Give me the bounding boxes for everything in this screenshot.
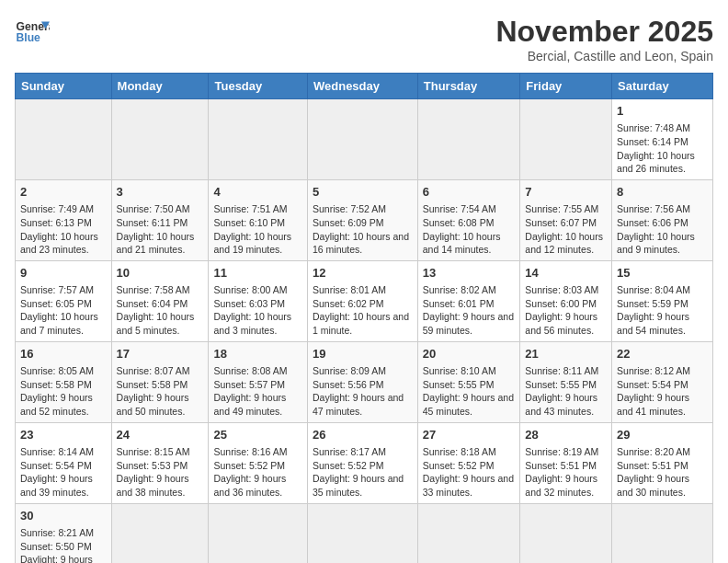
calendar-cell bbox=[520, 99, 612, 180]
day-info: Sunrise: 8:05 AMSunset: 5:58 PMDaylight:… bbox=[20, 364, 107, 419]
calendar-cell bbox=[307, 99, 417, 180]
calendar-cell: 12Sunrise: 8:01 AMSunset: 6:02 PMDayligh… bbox=[307, 260, 417, 341]
month-title: November 2025 bbox=[495, 15, 713, 49]
day-number: 16 bbox=[20, 346, 107, 362]
svg-text:Blue: Blue bbox=[17, 31, 41, 44]
day-info: Sunrise: 8:21 AMSunset: 5:50 PMDaylight:… bbox=[20, 526, 107, 563]
calendar-week-row: 23Sunrise: 8:14 AMSunset: 5:54 PMDayligh… bbox=[16, 422, 713, 503]
day-info: Sunrise: 7:49 AMSunset: 6:13 PMDaylight:… bbox=[20, 202, 107, 257]
day-of-week-header: Friday bbox=[520, 74, 612, 99]
calendar-cell: 30Sunrise: 8:21 AMSunset: 5:50 PMDayligh… bbox=[16, 503, 112, 563]
calendar-cell bbox=[209, 503, 308, 563]
day-info: Sunrise: 7:48 AMSunset: 6:14 PMDaylight:… bbox=[617, 121, 708, 176]
day-info: Sunrise: 8:07 AMSunset: 5:58 PMDaylight:… bbox=[117, 364, 204, 419]
calendar-week-row: 2Sunrise: 7:49 AMSunset: 6:13 PMDaylight… bbox=[16, 179, 713, 260]
calendar-cell: 20Sunrise: 8:10 AMSunset: 5:55 PMDayligh… bbox=[417, 341, 520, 422]
day-info: Sunrise: 8:20 AMSunset: 5:51 PMDaylight:… bbox=[617, 445, 708, 500]
calendar-week-row: 16Sunrise: 8:05 AMSunset: 5:58 PMDayligh… bbox=[16, 341, 713, 422]
day-number: 20 bbox=[423, 346, 516, 362]
calendar-cell bbox=[417, 503, 520, 563]
day-info: Sunrise: 8:03 AMSunset: 6:00 PMDaylight:… bbox=[525, 283, 607, 338]
day-info: Sunrise: 8:04 AMSunset: 5:59 PMDaylight:… bbox=[617, 283, 708, 338]
calendar-cell: 27Sunrise: 8:18 AMSunset: 5:52 PMDayligh… bbox=[417, 422, 520, 503]
day-info: Sunrise: 8:11 AMSunset: 5:55 PMDaylight:… bbox=[525, 364, 607, 419]
calendar-cell: 8Sunrise: 7:56 AMSunset: 6:06 PMDaylight… bbox=[612, 179, 713, 260]
calendar-week-row: 1Sunrise: 7:48 AMSunset: 6:14 PMDaylight… bbox=[16, 99, 713, 180]
calendar-cell: 14Sunrise: 8:03 AMSunset: 6:00 PMDayligh… bbox=[520, 260, 612, 341]
day-number: 9 bbox=[20, 265, 107, 282]
day-number: 4 bbox=[213, 184, 302, 201]
calendar-cell: 10Sunrise: 7:58 AMSunset: 6:04 PMDayligh… bbox=[111, 260, 209, 341]
day-of-week-header: Sunday bbox=[16, 74, 112, 99]
calendar-cell: 5Sunrise: 7:52 AMSunset: 6:09 PMDaylight… bbox=[307, 179, 417, 260]
day-number: 3 bbox=[117, 184, 204, 201]
calendar-cell: 9Sunrise: 7:57 AMSunset: 6:05 PMDaylight… bbox=[16, 260, 112, 341]
day-number: 19 bbox=[313, 346, 413, 362]
day-number: 18 bbox=[213, 346, 302, 362]
day-number: 8 bbox=[617, 184, 708, 201]
calendar-cell: 3Sunrise: 7:50 AMSunset: 6:11 PMDaylight… bbox=[111, 179, 209, 260]
day-info: Sunrise: 7:55 AMSunset: 6:07 PMDaylight:… bbox=[525, 202, 607, 257]
calendar-cell: 26Sunrise: 8:17 AMSunset: 5:52 PMDayligh… bbox=[307, 422, 417, 503]
day-info: Sunrise: 8:02 AMSunset: 6:01 PMDaylight:… bbox=[423, 283, 516, 338]
day-of-week-header: Tuesday bbox=[209, 74, 308, 99]
calendar-cell: 25Sunrise: 8:16 AMSunset: 5:52 PMDayligh… bbox=[209, 422, 308, 503]
day-info: Sunrise: 8:08 AMSunset: 5:57 PMDaylight:… bbox=[213, 364, 302, 419]
day-number: 2 bbox=[20, 184, 107, 201]
day-number: 6 bbox=[423, 184, 516, 201]
day-number: 13 bbox=[423, 265, 516, 282]
day-info: Sunrise: 7:58 AMSunset: 6:04 PMDaylight:… bbox=[117, 283, 204, 338]
day-info: Sunrise: 8:14 AMSunset: 5:54 PMDaylight:… bbox=[20, 445, 107, 500]
calendar-cell: 28Sunrise: 8:19 AMSunset: 5:51 PMDayligh… bbox=[520, 422, 612, 503]
day-number: 17 bbox=[117, 346, 204, 362]
calendar-cell: 18Sunrise: 8:08 AMSunset: 5:57 PMDayligh… bbox=[209, 341, 308, 422]
day-info: Sunrise: 8:17 AMSunset: 5:52 PMDaylight:… bbox=[313, 445, 413, 500]
day-number: 30 bbox=[20, 508, 107, 524]
day-number: 5 bbox=[313, 184, 413, 201]
calendar-cell: 11Sunrise: 8:00 AMSunset: 6:03 PMDayligh… bbox=[209, 260, 308, 341]
calendar-cell: 21Sunrise: 8:11 AMSunset: 5:55 PMDayligh… bbox=[520, 341, 612, 422]
calendar-cell: 15Sunrise: 8:04 AMSunset: 5:59 PMDayligh… bbox=[612, 260, 713, 341]
day-number: 10 bbox=[117, 265, 204, 282]
calendar-cell bbox=[111, 99, 209, 180]
day-number: 12 bbox=[313, 265, 413, 282]
day-info: Sunrise: 8:18 AMSunset: 5:52 PMDaylight:… bbox=[423, 445, 516, 500]
calendar-cell: 24Sunrise: 8:15 AMSunset: 5:53 PMDayligh… bbox=[111, 422, 209, 503]
day-number: 1 bbox=[617, 103, 708, 120]
calendar-cell bbox=[520, 503, 612, 563]
day-number: 15 bbox=[617, 265, 708, 282]
day-number: 22 bbox=[617, 346, 708, 362]
day-number: 21 bbox=[525, 346, 607, 362]
calendar-cell bbox=[417, 99, 520, 180]
generalblue-logo-icon: General Blue bbox=[15, 15, 50, 50]
day-number: 29 bbox=[617, 427, 708, 443]
day-info: Sunrise: 8:00 AMSunset: 6:03 PMDaylight:… bbox=[213, 283, 302, 338]
calendar-table: SundayMondayTuesdayWednesdayThursdayFrid… bbox=[15, 73, 713, 563]
day-info: Sunrise: 7:57 AMSunset: 6:05 PMDaylight:… bbox=[20, 283, 107, 338]
calendar-cell bbox=[307, 503, 417, 563]
day-info: Sunrise: 8:01 AMSunset: 6:02 PMDaylight:… bbox=[313, 283, 413, 338]
calendar-cell: 7Sunrise: 7:55 AMSunset: 6:07 PMDaylight… bbox=[520, 179, 612, 260]
day-of-week-header: Saturday bbox=[612, 74, 713, 99]
calendar-cell: 2Sunrise: 7:49 AMSunset: 6:13 PMDaylight… bbox=[16, 179, 112, 260]
day-info: Sunrise: 8:10 AMSunset: 5:55 PMDaylight:… bbox=[423, 364, 516, 419]
calendar-cell: 19Sunrise: 8:09 AMSunset: 5:56 PMDayligh… bbox=[307, 341, 417, 422]
day-info: Sunrise: 7:56 AMSunset: 6:06 PMDaylight:… bbox=[617, 202, 708, 257]
day-info: Sunrise: 7:54 AMSunset: 6:08 PMDaylight:… bbox=[423, 202, 516, 257]
logo: General Blue bbox=[15, 15, 50, 50]
day-number: 23 bbox=[20, 427, 107, 443]
calendar-week-row: 9Sunrise: 7:57 AMSunset: 6:05 PMDaylight… bbox=[16, 260, 713, 341]
day-info: Sunrise: 8:12 AMSunset: 5:54 PMDaylight:… bbox=[617, 364, 708, 419]
day-number: 25 bbox=[213, 427, 302, 443]
calendar-week-row: 30Sunrise: 8:21 AMSunset: 5:50 PMDayligh… bbox=[16, 503, 713, 563]
calendar-cell bbox=[209, 99, 308, 180]
calendar-cell: 23Sunrise: 8:14 AMSunset: 5:54 PMDayligh… bbox=[16, 422, 112, 503]
day-info: Sunrise: 8:19 AMSunset: 5:51 PMDaylight:… bbox=[525, 445, 607, 500]
location-title: Bercial, Castille and Leon, Spain bbox=[495, 49, 713, 63]
calendar-cell: 6Sunrise: 7:54 AMSunset: 6:08 PMDaylight… bbox=[417, 179, 520, 260]
day-info: Sunrise: 8:09 AMSunset: 5:56 PMDaylight:… bbox=[313, 364, 413, 419]
calendar-cell bbox=[111, 503, 209, 563]
day-number: 14 bbox=[525, 265, 607, 282]
day-info: Sunrise: 7:51 AMSunset: 6:10 PMDaylight:… bbox=[213, 202, 302, 257]
day-number: 7 bbox=[525, 184, 607, 201]
